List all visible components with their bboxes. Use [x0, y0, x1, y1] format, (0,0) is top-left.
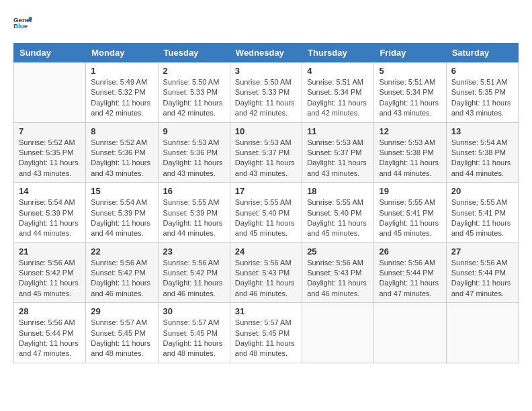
- weekday-header: Monday: [86, 44, 158, 62]
- calendar-cell: 4 Sunrise: 5:51 AMSunset: 5:34 PMDayligh…: [302, 62, 374, 123]
- calendar-cell: [446, 303, 518, 363]
- calendar-cell: 9 Sunrise: 5:53 AMSunset: 5:36 PMDayligh…: [158, 122, 230, 183]
- calendar-cell: 22 Sunrise: 5:56 AMSunset: 5:42 PMDaylig…: [86, 242, 158, 303]
- day-number: 22: [91, 246, 152, 257]
- calendar-cell: 1 Sunrise: 5:49 AMSunset: 5:32 PMDayligh…: [86, 62, 158, 123]
- day-number: 8: [91, 126, 152, 136]
- day-info: Sunrise: 5:57 AMSunset: 5:45 PMDaylight:…: [163, 318, 223, 357]
- calendar-cell: 8 Sunrise: 5:52 AMSunset: 5:36 PMDayligh…: [86, 122, 158, 183]
- day-number: 18: [307, 186, 369, 196]
- day-number: 7: [19, 126, 81, 136]
- calendar-cell: 15 Sunrise: 5:54 AMSunset: 5:39 PMDaylig…: [86, 183, 158, 243]
- day-number: 26: [379, 246, 441, 257]
- day-info: Sunrise: 5:54 AMSunset: 5:39 PMDaylight:…: [19, 198, 79, 237]
- weekday-header: Wednesday: [230, 44, 302, 62]
- day-info: Sunrise: 5:50 AMSunset: 5:33 PMDaylight:…: [163, 78, 223, 117]
- page-header: General Blue: [13, 13, 519, 32]
- calendar-cell: 23 Sunrise: 5:56 AMSunset: 5:42 PMDaylig…: [158, 242, 230, 303]
- day-number: 29: [91, 306, 152, 316]
- day-info: Sunrise: 5:57 AMSunset: 5:45 PMDaylight:…: [235, 318, 295, 357]
- day-info: Sunrise: 5:54 AMSunset: 5:38 PMDaylight:…: [451, 138, 511, 177]
- day-number: 27: [451, 246, 513, 257]
- day-number: 21: [19, 246, 81, 257]
- day-info: Sunrise: 5:49 AMSunset: 5:32 PMDaylight:…: [91, 78, 150, 117]
- calendar-cell: 21 Sunrise: 5:56 AMSunset: 5:42 PMDaylig…: [14, 242, 86, 303]
- calendar-cell: [302, 303, 374, 363]
- day-number: 1: [91, 66, 152, 76]
- calendar-cell: 28 Sunrise: 5:56 AMSunset: 5:44 PMDaylig…: [14, 303, 86, 363]
- calendar-cell: 6 Sunrise: 5:51 AMSunset: 5:35 PMDayligh…: [446, 62, 518, 123]
- svg-text:Blue: Blue: [13, 22, 28, 30]
- day-info: Sunrise: 5:55 AMSunset: 5:41 PMDaylight:…: [379, 198, 439, 237]
- logo-icon: General Blue: [13, 13, 32, 32]
- weekday-header: Thursday: [302, 44, 374, 62]
- calendar-cell: 30 Sunrise: 5:57 AMSunset: 5:45 PMDaylig…: [158, 303, 230, 363]
- day-number: 4: [307, 66, 369, 76]
- day-number: 11: [307, 126, 369, 136]
- day-info: Sunrise: 5:50 AMSunset: 5:33 PMDaylight:…: [235, 78, 295, 117]
- calendar-cell: 3 Sunrise: 5:50 AMSunset: 5:33 PMDayligh…: [230, 62, 302, 123]
- day-number: 15: [91, 186, 152, 196]
- calendar-cell: 26 Sunrise: 5:56 AMSunset: 5:44 PMDaylig…: [374, 242, 446, 303]
- day-number: 20: [451, 186, 513, 196]
- day-info: Sunrise: 5:51 AMSunset: 5:34 PMDaylight:…: [307, 78, 367, 117]
- day-number: 23: [163, 246, 225, 257]
- weekday-header: Friday: [374, 44, 446, 62]
- day-info: Sunrise: 5:52 AMSunset: 5:35 PMDaylight:…: [19, 138, 79, 177]
- calendar-cell: 16 Sunrise: 5:55 AMSunset: 5:39 PMDaylig…: [158, 183, 230, 243]
- day-number: 31: [235, 306, 297, 316]
- day-number: 10: [235, 126, 297, 136]
- day-number: 2: [163, 66, 225, 76]
- calendar-cell: 20 Sunrise: 5:55 AMSunset: 5:41 PMDaylig…: [446, 183, 518, 243]
- day-number: 12: [379, 126, 441, 136]
- calendar-cell: 14 Sunrise: 5:54 AMSunset: 5:39 PMDaylig…: [14, 183, 86, 243]
- calendar-cell: 29 Sunrise: 5:57 AMSunset: 5:45 PMDaylig…: [86, 303, 158, 363]
- calendar-cell: 12 Sunrise: 5:53 AMSunset: 5:38 PMDaylig…: [374, 122, 446, 183]
- day-number: 24: [235, 246, 297, 257]
- day-number: 17: [235, 186, 297, 196]
- day-number: 6: [451, 66, 513, 76]
- day-number: 16: [163, 186, 225, 196]
- calendar-cell: 31 Sunrise: 5:57 AMSunset: 5:45 PMDaylig…: [230, 303, 302, 363]
- calendar-cell: 7 Sunrise: 5:52 AMSunset: 5:35 PMDayligh…: [14, 122, 86, 183]
- day-info: Sunrise: 5:56 AMSunset: 5:42 PMDaylight:…: [91, 259, 150, 298]
- day-number: 14: [19, 186, 81, 196]
- calendar-cell: 18 Sunrise: 5:55 AMSunset: 5:40 PMDaylig…: [302, 183, 374, 243]
- logo: General Blue: [13, 13, 38, 32]
- weekday-header: Saturday: [446, 44, 518, 62]
- day-number: 25: [307, 246, 369, 257]
- day-info: Sunrise: 5:56 AMSunset: 5:44 PMDaylight:…: [19, 318, 79, 357]
- day-info: Sunrise: 5:53 AMSunset: 5:36 PMDaylight:…: [163, 138, 223, 177]
- day-number: 13: [451, 126, 513, 136]
- day-number: 5: [379, 66, 441, 76]
- day-number: 9: [163, 126, 225, 136]
- calendar-cell: 10 Sunrise: 5:53 AMSunset: 5:37 PMDaylig…: [230, 122, 302, 183]
- calendar-cell: 11 Sunrise: 5:53 AMSunset: 5:37 PMDaylig…: [302, 122, 374, 183]
- day-info: Sunrise: 5:56 AMSunset: 5:43 PMDaylight:…: [307, 259, 367, 298]
- day-info: Sunrise: 5:51 AMSunset: 5:34 PMDaylight:…: [379, 78, 439, 117]
- day-info: Sunrise: 5:51 AMSunset: 5:35 PMDaylight:…: [451, 78, 511, 117]
- day-number: 30: [163, 306, 225, 316]
- day-info: Sunrise: 5:54 AMSunset: 5:39 PMDaylight:…: [91, 198, 150, 237]
- calendar-cell: 5 Sunrise: 5:51 AMSunset: 5:34 PMDayligh…: [374, 62, 446, 123]
- day-info: Sunrise: 5:53 AMSunset: 5:38 PMDaylight:…: [379, 138, 439, 177]
- calendar-cell: 2 Sunrise: 5:50 AMSunset: 5:33 PMDayligh…: [158, 62, 230, 123]
- day-number: 3: [235, 66, 297, 76]
- day-info: Sunrise: 5:53 AMSunset: 5:37 PMDaylight:…: [307, 138, 367, 177]
- weekday-header: Tuesday: [158, 44, 230, 62]
- day-info: Sunrise: 5:56 AMSunset: 5:43 PMDaylight:…: [235, 259, 295, 298]
- day-info: Sunrise: 5:56 AMSunset: 5:44 PMDaylight:…: [379, 259, 439, 298]
- calendar-cell: 25 Sunrise: 5:56 AMSunset: 5:43 PMDaylig…: [302, 242, 374, 303]
- day-info: Sunrise: 5:56 AMSunset: 5:42 PMDaylight:…: [19, 259, 79, 298]
- calendar-cell: 13 Sunrise: 5:54 AMSunset: 5:38 PMDaylig…: [446, 122, 518, 183]
- calendar-cell: 19 Sunrise: 5:55 AMSunset: 5:41 PMDaylig…: [374, 183, 446, 243]
- calendar-cell: [374, 303, 446, 363]
- day-info: Sunrise: 5:55 AMSunset: 5:40 PMDaylight:…: [307, 198, 367, 237]
- day-info: Sunrise: 5:57 AMSunset: 5:45 PMDaylight:…: [91, 318, 150, 357]
- day-info: Sunrise: 5:56 AMSunset: 5:42 PMDaylight:…: [163, 259, 223, 298]
- calendar-cell: 27 Sunrise: 5:56 AMSunset: 5:44 PMDaylig…: [446, 242, 518, 303]
- calendar-cell: 17 Sunrise: 5:55 AMSunset: 5:40 PMDaylig…: [230, 183, 302, 243]
- day-number: 19: [379, 186, 441, 196]
- day-number: 28: [19, 306, 81, 316]
- calendar-cell: [14, 62, 86, 123]
